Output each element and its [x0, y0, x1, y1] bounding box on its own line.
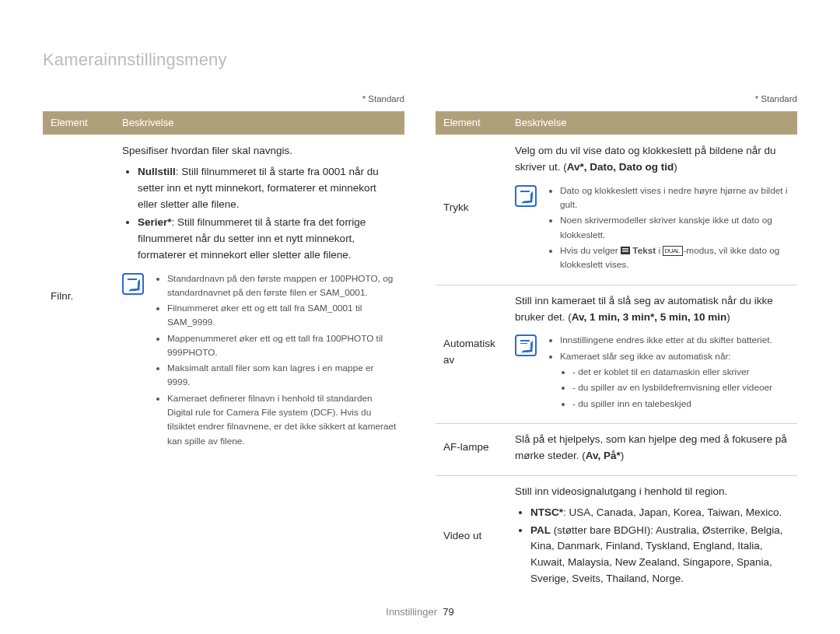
label-video-ut: Video ut [436, 475, 507, 600]
desc-filnr: Spesifiser hvordan filer skal navngis. N… [114, 135, 404, 461]
right-column: * Standard Element Beskrivelse Trykk Vel… [436, 93, 797, 600]
content-columns: * Standard Element Beskrivelse Filnr. Sp… [43, 93, 797, 600]
label-filnr: Filnr. [43, 135, 114, 461]
note-icon [515, 335, 537, 356]
col-header-description: Beskrivelse [114, 111, 404, 135]
text: Kameraet slår seg ikke av automatisk når… [560, 351, 731, 362]
col-header-element: Element [436, 111, 507, 135]
text: ) [674, 161, 677, 173]
filnr-bullet-serier: Serier*: Still filnummeret til å starte … [138, 215, 397, 264]
note-item: Kameraet slår seg ikke av automatisk når… [560, 349, 772, 411]
filnr-note: Standardnavn på den første mappen er 100… [122, 271, 397, 450]
page-footer: Innstillinger 79 [0, 604, 840, 620]
bullet-strong: Nullstill [138, 166, 176, 177]
bullet-text: : USA, Canada, Japan, Korea, Taiwan, Mex… [563, 506, 782, 518]
note-item: Innstillingene endres ikke etter at du s… [560, 333, 772, 347]
footer-section: Innstillinger [386, 606, 437, 618]
filnr-intro: Spesifiser hvordan filer skal navngis. [122, 145, 292, 156]
settings-table-right: Element Beskrivelse Trykk Velg om du vil… [436, 111, 797, 600]
row-filnr: Filnr. Spesifiser hvordan filer skal nav… [43, 135, 404, 461]
video-bullet-ntsc: NTSC*: USA, Canada, Japan, Korea, Taiwan… [530, 505, 789, 521]
row-video-ut: Video ut Still inn videosignalutgang i h… [436, 475, 797, 600]
col-header-element: Element [43, 111, 114, 135]
menu-icon [621, 247, 630, 254]
filnr-bullet-nullstill: Nullstill: Still filnummeret til å start… [138, 164, 397, 213]
text: Still inn videosignalutgang i henhold ti… [515, 485, 727, 497]
text: Hvis du velger [560, 245, 621, 256]
note-content: Dato og klokkeslett vises i nedre høyre … [548, 184, 789, 274]
desc-af-lampe: Slå på et hjelpelys, som kan hjelpe deg … [507, 423, 797, 475]
bullet-strong: NTSC* [530, 506, 563, 518]
note-item: Dato og klokkeslett vises i nedre høyre … [560, 184, 789, 212]
options: Av*, Dato, Dato og tid [567, 161, 674, 173]
desc-video-ut: Still inn videosignalutgang i henhold ti… [507, 475, 797, 600]
bullet-strong: Serier* [138, 216, 172, 228]
note-item: Mappenummeret øker ett og ett tall fra 1… [167, 331, 397, 360]
left-column: * Standard Element Beskrivelse Filnr. Sp… [43, 93, 404, 600]
note-content: Standardnavn på den første mappen er 100… [155, 271, 397, 450]
settings-table-left: Element Beskrivelse Filnr. Spesifiser hv… [43, 111, 404, 461]
text: ) [621, 450, 625, 461]
note-item: Noen skrivermodeller skriver kanskje ikk… [560, 213, 789, 242]
bullet-suffix: (støtter bare BDGHI) [551, 524, 650, 536]
trykk-note: Dato og klokkeslett vises i nedre høyre … [515, 184, 789, 274]
sub-item: det er koblet til en datamaskin eller sk… [572, 365, 772, 379]
dual-mode-icon [663, 246, 683, 256]
note-item: Maksimalt antall filer som kan lagres i … [167, 361, 397, 390]
bullet-strong: PAL [530, 524, 551, 536]
bullet-text: : Still filnummeret til å starte fra det… [138, 216, 366, 261]
row-automatisk-av: Automatisk av Still inn kameraet til å s… [436, 285, 797, 423]
standard-note-right: * Standard [436, 93, 797, 107]
desc-automatisk-av: Still inn kameraet til å slå seg av auto… [507, 285, 797, 423]
text: Tekst [630, 245, 659, 256]
note-icon [515, 185, 537, 207]
label-af-lampe: AF-lampe [436, 423, 507, 475]
note-item: Standardnavn på den første mappen er 100… [167, 271, 397, 300]
desc-trykk: Velg om du vil vise dato og klokkeslett … [507, 135, 797, 285]
text: Slå på et hjelpelys, som kan hjelpe deg … [515, 433, 787, 461]
row-af-lampe: AF-lampe Slå på et hjelpelys, som kan hj… [436, 423, 797, 475]
label-automatisk-av: Automatisk av [436, 285, 507, 423]
standard-note-left: * Standard [43, 93, 404, 107]
footer-page-number: 79 [443, 606, 453, 618]
options: Av, 1 min, 3 min*, 5 min, 10 min [572, 311, 727, 323]
col-header-description: Beskrivelse [507, 111, 797, 135]
auto-note: Innstillingene endres ikke etter at du s… [515, 333, 789, 412]
text: ) [726, 311, 730, 323]
label-trykk: Trykk [436, 135, 507, 285]
note-content: Innstillingene endres ikke etter at du s… [548, 333, 772, 412]
video-bullet-pal: PAL (støtter bare BDGHI): Australia, Øst… [530, 523, 789, 588]
sub-item: du spiller av en lysbildefremvisning ell… [572, 380, 772, 394]
note-item-special: Hvis du velger Tekst i -modus, vil ikke … [560, 243, 789, 272]
note-icon [122, 273, 144, 295]
sub-item: du spiller inn en talebeskjed [572, 397, 772, 411]
row-trykk: Trykk Velg om du vil vise dato og klokke… [436, 135, 797, 285]
options: Av, På* [586, 450, 621, 461]
note-item: Filnummeret øker ett og ett tall fra SAM… [167, 301, 397, 330]
note-item: Kameraet definerer filnavn i henhold til… [167, 391, 397, 448]
page-title: Kamerainnstillingsmeny [43, 47, 797, 73]
